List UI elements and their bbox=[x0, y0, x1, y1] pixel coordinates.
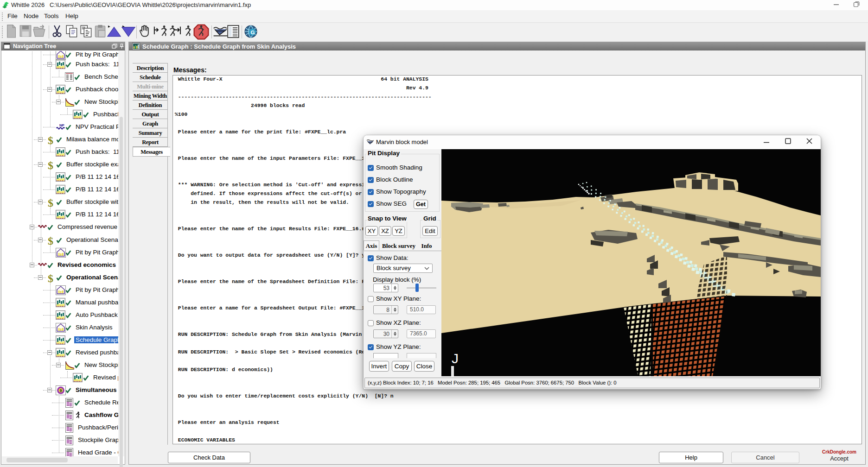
svg-text:NP: NP bbox=[59, 123, 64, 127]
svg-text:$: $ bbox=[48, 160, 53, 171]
svg-text:$: $ bbox=[48, 197, 53, 208]
svg-text:J: J bbox=[452, 351, 459, 366]
svg-text:$: $ bbox=[48, 235, 53, 246]
svg-text:$: $ bbox=[48, 273, 53, 284]
svg-text:9: 9 bbox=[60, 388, 62, 393]
svg-text:G: G bbox=[250, 29, 255, 35]
svg-text:$: $ bbox=[48, 135, 53, 146]
